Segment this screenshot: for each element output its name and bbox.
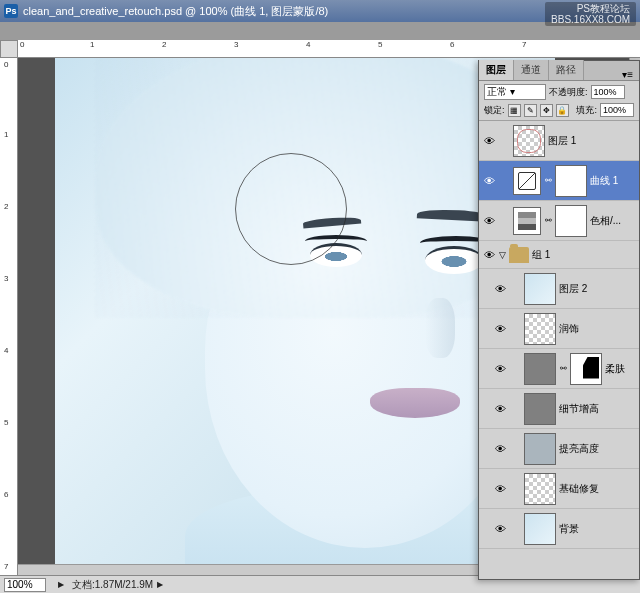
watermark-line1: PS教程论坛 — [551, 3, 630, 14]
layer-thumbnail[interactable] — [513, 125, 545, 157]
watermark: PS教程论坛 BBS.16XX8.COM — [545, 2, 636, 26]
panel-controls: 正常 ▾ 不透明度: 锁定: ▦ ✎ ✥ 🔒 填充: — [479, 81, 639, 121]
tab-layers[interactable]: 图层 — [479, 60, 514, 80]
mask-link-icon[interactable]: ⚯ — [544, 216, 552, 225]
visibility-toggle[interactable]: 👁 — [482, 135, 496, 147]
visibility-toggle[interactable]: 👁 — [493, 403, 507, 415]
ruler-vertical[interactable]: 0 1 2 3 4 5 6 7 — [0, 58, 18, 575]
layer-row[interactable]: 👁 提亮高度 — [479, 429, 639, 469]
layer-thumbnail[interactable] — [524, 313, 556, 345]
docinfo-menu-icon[interactable]: ▶ — [157, 580, 163, 589]
document-title: clean_and_creative_retouch.psd @ 100% (曲… — [23, 4, 328, 19]
portrait-lips — [370, 388, 460, 418]
tab-paths[interactable]: 路径 — [549, 60, 584, 80]
mask-thumbnail[interactable] — [570, 353, 602, 385]
visibility-toggle[interactable]: 👁 — [482, 249, 496, 261]
adjustment-thumbnail[interactable] — [513, 207, 541, 235]
layers-panel: 图层 通道 路径 ▾≡ 正常 ▾ 不透明度: 锁定: ▦ ✎ ✥ 🔒 填充: 👁… — [478, 60, 640, 580]
visibility-toggle[interactable]: 👁 — [493, 363, 507, 375]
brush-cursor — [235, 153, 347, 265]
layer-name[interactable]: 细节增高 — [559, 402, 636, 416]
layer-row[interactable]: 👁 背景 — [479, 509, 639, 549]
lock-all-icon[interactable]: 🔒 — [556, 104, 569, 117]
layer-group-row[interactable]: 👁 ▽ 组 1 — [479, 241, 639, 269]
ruler-horizontal[interactable]: 0 1 2 3 4 5 6 7 — [18, 40, 640, 58]
visibility-toggle[interactable]: 👁 — [493, 323, 507, 335]
layer-name[interactable]: 曲线 1 — [590, 174, 636, 188]
layer-row[interactable]: 👁 基础修复 — [479, 469, 639, 509]
layer-name[interactable]: 基础修复 — [559, 482, 636, 496]
adjustment-thumbnail[interactable] — [513, 167, 541, 195]
layer-name[interactable]: 提亮高度 — [559, 442, 636, 456]
zoom-menu-icon[interactable]: ▶ — [58, 580, 64, 589]
panel-tabs: 图层 通道 路径 ▾≡ — [479, 61, 639, 81]
layer-row[interactable]: 👁 细节增高 — [479, 389, 639, 429]
layer-row[interactable]: 👁 润饰 — [479, 309, 639, 349]
mask-link-icon[interactable]: ⚯ — [559, 364, 567, 373]
mask-link-icon[interactable]: ⚯ — [544, 176, 552, 185]
titlebar: Ps clean_and_creative_retouch.psd @ 100%… — [0, 0, 640, 22]
visibility-toggle[interactable]: 👁 — [493, 483, 507, 495]
lock-position-icon[interactable]: ✥ — [540, 104, 553, 117]
layer-thumbnail[interactable] — [524, 473, 556, 505]
layer-name[interactable]: 色相/... — [590, 214, 636, 228]
layer-name[interactable]: 背景 — [559, 522, 636, 536]
opacity-input[interactable] — [591, 85, 625, 99]
portrait-nose — [425, 298, 455, 358]
blend-mode-select[interactable]: 正常 ▾ — [484, 84, 546, 100]
folder-icon — [509, 247, 529, 263]
photoshop-icon: Ps — [4, 4, 18, 18]
lock-label: 锁定: — [484, 104, 505, 117]
visibility-toggle[interactable]: 👁 — [482, 215, 496, 227]
layer-thumbnail[interactable] — [524, 513, 556, 545]
layer-row[interactable]: 👁 ⚯ 柔肤 — [479, 349, 639, 389]
layer-row[interactable]: 👁 ⚯ 色相/... — [479, 201, 639, 241]
visibility-toggle[interactable]: 👁 — [493, 443, 507, 455]
layer-name[interactable]: 柔肤 — [605, 362, 636, 376]
layer-row[interactable]: 👁 图层 2 — [479, 269, 639, 309]
visibility-toggle[interactable]: 👁 — [493, 523, 507, 535]
layer-thumbnail[interactable] — [524, 393, 556, 425]
document-tab-bar — [0, 22, 640, 40]
lock-pixels-icon[interactable]: ▦ — [508, 104, 521, 117]
fill-input[interactable] — [600, 103, 634, 117]
lock-brush-icon[interactable]: ✎ — [524, 104, 537, 117]
doc-size-value: 1.87M/21.9M — [95, 579, 153, 590]
layer-thumbnail[interactable] — [524, 273, 556, 305]
layer-row[interactable]: 👁 图层 1 — [479, 121, 639, 161]
mask-thumbnail[interactable] — [555, 205, 587, 237]
zoom-input[interactable] — [4, 578, 46, 592]
mask-thumbnail[interactable] — [555, 165, 587, 197]
fill-label: 填充: — [576, 104, 597, 117]
watermark-line2: BBS.16XX8.COM — [551, 14, 630, 25]
layer-name[interactable]: 图层 1 — [548, 134, 636, 148]
ruler-origin[interactable] — [0, 40, 18, 58]
portrait-eye — [425, 246, 483, 274]
layer-name[interactable]: 组 1 — [532, 248, 636, 262]
tab-channels[interactable]: 通道 — [514, 60, 549, 80]
layer-name[interactable]: 图层 2 — [559, 282, 636, 296]
visibility-toggle[interactable]: 👁 — [482, 175, 496, 187]
visibility-toggle[interactable]: 👁 — [493, 283, 507, 295]
panel-menu-icon[interactable]: ▾≡ — [616, 69, 639, 80]
doc-size-label: 文档: — [72, 578, 95, 592]
group-collapse-icon[interactable]: ▽ — [499, 250, 506, 260]
layer-thumbnail[interactable] — [524, 353, 556, 385]
layer-thumbnail[interactable] — [524, 433, 556, 465]
opacity-label: 不透明度: — [549, 86, 588, 99]
layer-row-selected[interactable]: 👁 ⚯ 曲线 1 — [479, 161, 639, 201]
layer-name[interactable]: 润饰 — [559, 322, 636, 336]
layer-list[interactable]: 👁 图层 1 👁 ⚯ 曲线 1 👁 ⚯ 色相/... 👁 ▽ 组 1 — [479, 121, 639, 579]
